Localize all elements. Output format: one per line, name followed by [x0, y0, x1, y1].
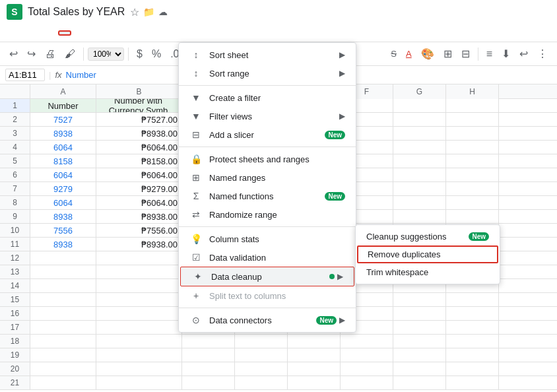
- cell-ref-input[interactable]: [5, 69, 45, 81]
- cell-h-20[interactable]: [446, 362, 499, 376]
- menu-format[interactable]: [48, 32, 58, 34]
- cell-c-18[interactable]: [182, 335, 235, 348]
- cell-g-4[interactable]: [393, 141, 446, 154]
- halign-btn[interactable]: ≡: [482, 46, 496, 63]
- cell-b-1[interactable]: Number with Currency Symb: [96, 99, 182, 112]
- cell-g-1[interactable]: [393, 99, 446, 112]
- cell-h-9[interactable]: [446, 210, 499, 223]
- dollar-btn[interactable]: $: [133, 46, 147, 63]
- cell-d-18[interactable]: [235, 335, 288, 348]
- submenu-trim-whitespace[interactable]: Trim whitespace: [356, 263, 500, 281]
- paint-format-btn[interactable]: 🖌: [61, 46, 79, 63]
- cell-b-11[interactable]: ₱8938.00: [96, 238, 182, 251]
- cell-f-19[interactable]: [341, 348, 393, 362]
- cell-b-5[interactable]: ₱8158.00: [96, 154, 182, 168]
- cell-h-5[interactable]: [446, 154, 499, 168]
- fill-color-btn[interactable]: 🎨: [417, 45, 438, 63]
- cell-b-8[interactable]: ₱6064.00: [96, 196, 182, 209]
- menu-named-functions[interactable]: Σ Named functions New: [179, 187, 356, 205]
- menu-help[interactable]: [92, 32, 103, 34]
- cell-a-19[interactable]: [30, 348, 96, 362]
- cell-b-21[interactable]: [96, 376, 182, 389]
- cell-a-20[interactable]: [30, 362, 96, 376]
- cell-a-14[interactable]: [30, 279, 96, 292]
- menu-view[interactable]: [26, 32, 37, 34]
- menu-create-filter[interactable]: ▼ Create a filter: [179, 88, 356, 107]
- cell-h-3[interactable]: [446, 127, 499, 140]
- zoom-select[interactable]: 100%75%125%150%: [88, 48, 124, 61]
- cell-h-2[interactable]: [446, 113, 499, 126]
- more-btn[interactable]: ⋮: [533, 45, 552, 63]
- cell-a-16[interactable]: [30, 307, 96, 320]
- cell-a-5[interactable]: 8158: [30, 154, 96, 168]
- cell-a-18[interactable]: [30, 335, 96, 348]
- undo-btn[interactable]: ↩: [5, 45, 22, 63]
- cell-b-19[interactable]: [96, 348, 182, 362]
- cell-a-2[interactable]: 7527: [30, 113, 96, 126]
- col-header-g[interactable]: G: [393, 84, 446, 99]
- cell-a-3[interactable]: 8938: [30, 127, 96, 140]
- submenu-remove-duplicates[interactable]: Remove duplicates: [357, 245, 498, 263]
- menu-column-stats[interactable]: 💡 Column stats: [179, 230, 356, 248]
- cell-g-9[interactable]: [393, 210, 446, 223]
- cell-a-13[interactable]: [30, 265, 96, 278]
- cell-h-19[interactable]: [446, 348, 499, 362]
- cell-f-21[interactable]: [341, 376, 393, 389]
- menu-filter-views[interactable]: ▼ Filter views ▶: [179, 107, 356, 125]
- text-color-btn[interactable]: A: [402, 46, 416, 61]
- cell-a-7[interactable]: 9279: [30, 182, 96, 195]
- cell-a-9[interactable]: 8938: [30, 210, 96, 223]
- cell-a-1[interactable]: Number: [30, 99, 96, 112]
- cell-g-6[interactable]: [393, 168, 446, 181]
- wrap-btn[interactable]: ↩: [515, 45, 532, 63]
- cell-c-19[interactable]: [182, 348, 235, 362]
- cell-a-10[interactable]: 7556: [30, 224, 96, 237]
- cell-e-20[interactable]: [288, 362, 341, 376]
- cell-h-17[interactable]: [446, 321, 499, 334]
- menu-file[interactable]: [5, 32, 16, 34]
- cell-g-15[interactable]: [393, 293, 446, 306]
- cell-g-7[interactable]: [393, 182, 446, 195]
- menu-data-validation[interactable]: ☑ Data validation: [179, 248, 356, 267]
- menu-extensions[interactable]: [82, 32, 92, 34]
- cell-h-7[interactable]: [446, 182, 499, 195]
- cell-f-18[interactable]: [341, 335, 393, 348]
- cell-f-20[interactable]: [341, 362, 393, 376]
- cell-b-3[interactable]: ₱8938.00: [96, 127, 182, 140]
- menu-tools[interactable]: [71, 32, 82, 34]
- merge-btn[interactable]: ⊟: [457, 45, 474, 63]
- cell-e-18[interactable]: [288, 335, 341, 348]
- cell-d-20[interactable]: [235, 362, 288, 376]
- cell-b-14[interactable]: [96, 279, 182, 292]
- cell-b-20[interactable]: [96, 362, 182, 376]
- cell-b-6[interactable]: ₱6064.00: [96, 168, 182, 181]
- cell-b-15[interactable]: [96, 293, 182, 306]
- menu-randomize-range[interactable]: ⇄ Randomize range: [179, 205, 356, 224]
- menu-insert[interactable]: [37, 32, 48, 34]
- cell-b-4[interactable]: ₱6064.00: [96, 141, 182, 154]
- col-header-h[interactable]: H: [446, 84, 499, 99]
- menu-data[interactable]: [58, 30, 71, 36]
- cell-g-17[interactable]: [393, 321, 446, 334]
- cell-g-5[interactable]: [393, 154, 446, 168]
- cell-a-21[interactable]: [30, 376, 96, 389]
- cell-a-4[interactable]: 6064: [30, 141, 96, 154]
- cell-h-21[interactable]: [446, 376, 499, 389]
- cell-g-8[interactable]: [393, 196, 446, 209]
- redo-btn[interactable]: ↪: [23, 45, 40, 63]
- submenu-cleanup-suggestions[interactable]: Cleanup suggestions New: [356, 228, 500, 245]
- cell-c-20[interactable]: [182, 362, 235, 376]
- menu-data-connectors[interactable]: ⊙ Data connectors New ▶: [179, 311, 356, 329]
- menu-add-slicer[interactable]: ⊟ Add a slicer New: [179, 125, 356, 144]
- cell-g-3[interactable]: [393, 127, 446, 140]
- cell-h-16[interactable]: [446, 307, 499, 320]
- cell-g-21[interactable]: [393, 376, 446, 389]
- cell-b-9[interactable]: ₱8938.00: [96, 210, 182, 223]
- cell-a-15[interactable]: [30, 293, 96, 306]
- menu-sort-sheet[interactable]: ↕ Sort sheet ▶: [179, 46, 356, 64]
- cell-h-4[interactable]: [446, 141, 499, 154]
- cell-g-18[interactable]: [393, 335, 446, 348]
- cell-b-13[interactable]: [96, 265, 182, 278]
- strikethrough-btn[interactable]: S: [387, 46, 401, 61]
- menu-data-cleanup[interactable]: ✦ Data cleanup ▶: [180, 267, 354, 286]
